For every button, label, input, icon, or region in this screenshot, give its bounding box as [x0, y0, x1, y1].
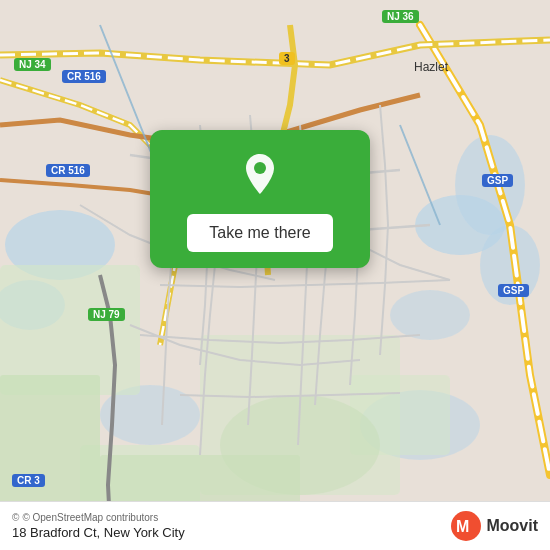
copyright-symbol: © [12, 512, 19, 523]
svg-point-4 [390, 290, 470, 340]
svg-point-15 [254, 162, 266, 174]
moovit-icon: M [450, 510, 482, 542]
map-container: NJ 34 NJ 36 CR 516 CR 516 3 NJ 79 CR 3 G… [0, 0, 550, 550]
take-me-there-button[interactable]: Take me there [187, 214, 332, 252]
bottom-bar: © © OpenStreetMap contributors 18 Bradfo… [0, 501, 550, 550]
moovit-logo: M Moovit [450, 510, 538, 542]
road-label-cr516b: CR 516 [46, 164, 90, 177]
road-label-num3: 3 [279, 52, 295, 65]
osm-credit: © © OpenStreetMap contributors [12, 512, 185, 523]
road-label-gsp2: GSP [498, 284, 529, 297]
moovit-text: Moovit [486, 517, 538, 535]
location-pin-icon [234, 150, 286, 202]
svg-text:M: M [456, 518, 469, 535]
road-label-gsp1: GSP [482, 174, 513, 187]
road-label-nj36: NJ 36 [382, 10, 419, 23]
osm-credit-text: © OpenStreetMap contributors [22, 512, 158, 523]
bottom-left: © © OpenStreetMap contributors 18 Bradfo… [12, 512, 185, 540]
road-label-cr3: CR 3 [12, 474, 45, 487]
road-label-cr516a: CR 516 [62, 70, 106, 83]
card-overlay: Take me there [150, 130, 370, 268]
road-label-nj34: NJ 34 [14, 58, 51, 71]
road-label-nj79: NJ 79 [88, 308, 125, 321]
place-label-hazlet: Hazlet [414, 60, 448, 74]
address-text: 18 Bradford Ct, New York City [12, 525, 185, 540]
